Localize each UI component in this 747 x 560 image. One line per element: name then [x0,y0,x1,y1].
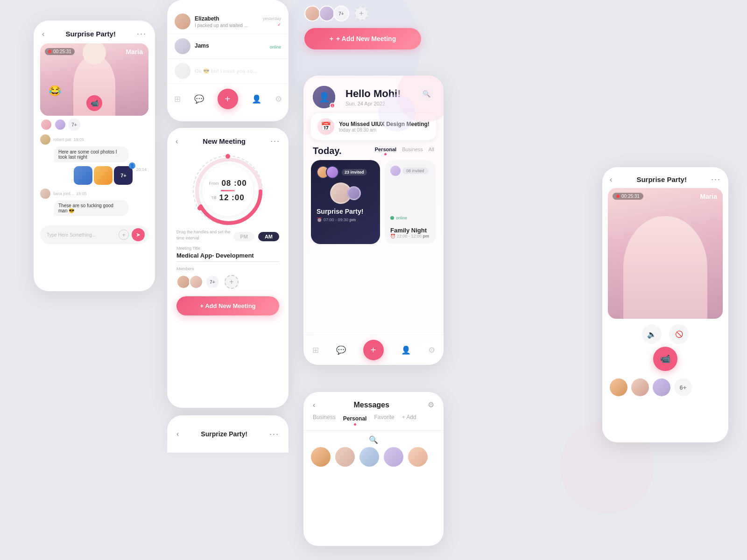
messages-tabs: Business Personal Favorite + Add [303,414,444,431]
tab-add[interactable]: + Add [402,414,416,426]
video-background [608,188,723,319]
more-participants[interactable]: 6+ [674,378,692,396]
add-member-button[interactable]: + [225,275,239,289]
tab-personal[interactable]: Personal [375,147,396,155]
top-avatar-1 [304,6,320,21]
nav-chat-icon[interactable]: 💬 [194,94,204,104]
green-dot [390,216,394,220]
nav-grid-icon[interactable]: ⊞ [312,345,319,355]
message-item-faded[interactable]: Ok 😎 but I miss you so... [167,59,289,84]
today-label: Today. [313,146,341,156]
nav-settings-icon[interactable]: ⚙ [275,94,282,104]
contact-4[interactable] [384,447,403,467]
nav-add-button[interactable]: + [363,340,384,360]
menu-button[interactable]: ··· [711,175,721,184]
menu-button[interactable]: ··· [137,29,147,39]
video-cam-button[interactable]: 📹 [86,95,102,111]
participant-avatar-1 [610,378,627,396]
camera-off-button[interactable]: 🚫 [669,324,689,344]
elizabeth-time: yesterday [263,16,281,21]
today-header: Today. Personal Business All [303,146,444,160]
speaker-button[interactable]: 🔈 [642,324,662,344]
event-card-family[interactable]: 08 invited online Family Night ⏰ 22:00 -… [385,160,436,244]
tab-personal-dot [384,153,387,155]
back-button-bottom[interactable]: ‹ [176,430,179,438]
right-header: ‹ Surprise Party! ··· [602,167,728,188]
add-meeting-button[interactable]: + Add New Meeting [176,296,279,315]
add-meeting-float-area: + + Add New Meeting [304,28,421,49]
add-icon: + [330,35,333,42]
jams-time: online [270,45,281,49]
chat-title: Surprise Party! [65,30,116,38]
family-title: Family Night [390,227,430,234]
am-button[interactable]: AM [258,232,279,241]
event-invited-badge: 23 invited [342,169,367,175]
video-timer: 00:25:31 [613,193,643,200]
add-meeting-floating-button[interactable]: + + Add New Meeting [304,28,421,49]
pm-button[interactable]: PM [233,232,254,241]
nav-chat-icon[interactable]: 💬 [336,345,346,355]
surprize-party-partial: ‹ Surprize Party! ··· [167,415,289,453]
participant-avatar-3 [653,378,670,396]
bottom-nav: ⊞ 💬 + 👤 ⚙ [167,84,289,114]
contact-3[interactable] [359,447,379,467]
photo-1 [74,166,92,185]
contact-1[interactable] [311,447,331,467]
surprize-title: Surprize Party! [201,430,247,438]
nav-add-button[interactable]: + [218,89,238,109]
menu-button[interactable]: ··· [270,136,280,146]
search-icon[interactable]: 🔍 [369,435,378,444]
contact-5[interactable] [408,447,428,467]
search-row: 🔍 [303,431,444,447]
tab-favorite[interactable]: Favorite [374,414,394,426]
chat-add-button[interactable]: + [119,230,129,240]
chat-input-placeholder[interactable]: Type Here Something... [47,232,116,238]
top-avatar-count: 7+ [333,6,349,21]
back-button[interactable]: ‹ [610,175,612,184]
contact-2[interactable] [335,447,355,467]
menu-button-bottom[interactable]: ··· [269,429,279,439]
contacts-row [303,447,444,467]
member-count: 7+ [206,276,218,288]
clock-dot-bottom[interactable] [197,206,202,210]
cam-button[interactable]: 📹 [653,347,677,371]
elizabeth-info: Elizabeth I packed up and waited ... [195,15,259,28]
clock-arc [194,156,264,226]
participant-avatar-1 [40,119,52,131]
nav-person-icon[interactable]: 👤 [401,345,411,355]
meeting-title-value[interactable]: Medical App- Development [176,252,279,262]
event-avatars: 23 invited [317,166,374,179]
clock-dot-top[interactable] [226,154,230,159]
tab-dot [354,423,356,426]
back-button[interactable]: ‹ [313,401,315,409]
filter-button[interactable]: ⚙ [428,400,434,409]
nav-person-icon[interactable]: 👤 [252,94,261,104]
top-avatars-row: 7+ + [304,6,368,21]
tab-business[interactable]: Business [313,414,336,426]
nav-grid-icon[interactable]: ⊞ [174,94,181,104]
event-card-surprise[interactable]: 23 invited Surprise Party! ⏰ 07:00 - 09:… [311,160,380,244]
tab-all[interactable]: All [429,147,434,155]
chat-input-bar[interactable]: Type Here Something... + ➤ [40,225,148,244]
notification-dot: 1 [330,103,335,108]
controls-row: 🔈 🚫 [602,319,728,347]
back-button[interactable]: ‹ [42,30,44,38]
event-cards-row: 23 invited Surprise Party! ⏰ 07:00 - 09:… [303,160,444,244]
tab-personal[interactable]: Personal [343,414,367,426]
contact-2-avatar [335,447,355,467]
nav-settings-icon[interactable]: ⚙ [428,345,435,355]
family-status: online [390,216,430,220]
title: Surprise Party! [636,175,687,183]
message-item-jams[interactable]: Jams online [167,34,289,59]
contact-1-avatar [311,447,331,467]
tab-business[interactable]: Business [402,147,423,155]
chat-send-button[interactable]: ➤ [132,228,145,241]
add-participant-button[interactable]: + [354,7,368,21]
back-button[interactable]: ‹ [176,137,178,146]
event-title: Surprise Party! [317,208,374,215]
video-person-name: Maria [126,48,143,56]
right-avatars-row: 6+ [602,375,728,400]
time-picker: From 08 :00 Till 12 :00 [167,151,289,225]
message-item-elizabeth[interactable]: Elizabeth I packed up and waited ... yes… [167,9,289,34]
rec-dot [616,195,620,198]
